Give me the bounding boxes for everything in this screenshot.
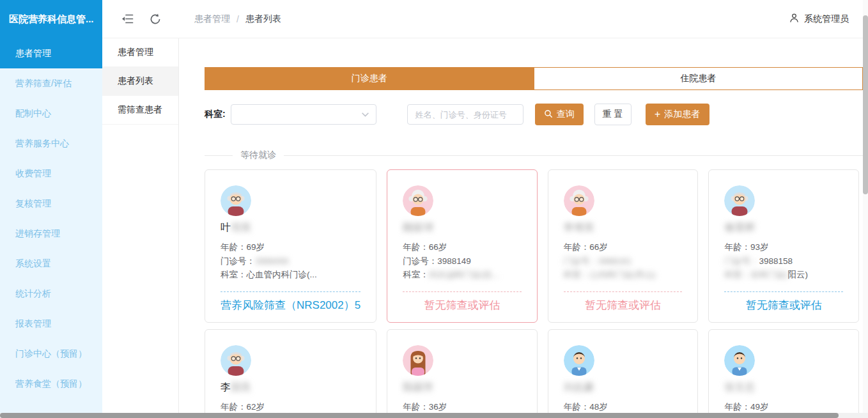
reset-button[interactable]: 重 置 [594,104,632,125]
text: 门诊号： [221,256,255,266]
text: 李 [221,382,231,392]
patient-avatar-elderly-man [221,185,251,216]
sidebar-item-4[interactable]: 收费管理 [0,159,102,189]
breadcrumb-item-patients[interactable]: 患者管理 [194,13,230,25]
patient-age: 年龄：93岁 [724,240,843,254]
card-status-text: 暂无筛查或评估 [564,298,683,313]
text: 年龄：69岁 [221,242,265,252]
card-dashed-divider [221,291,360,292]
patient-fields: 年龄：66岁门诊号：3988161科室：心内科门诊(舟山) [564,240,683,282]
masked-text: 顾留球 [403,222,433,233]
text: 年龄：66岁 [564,242,608,252]
text: 门诊号：3988149 [403,256,471,266]
text: 年龄：62岁 [221,402,265,412]
primary-sidebar: 医院营养科信息管... 患者管理营养筛查/评估配制中心营养服务中心收费管理复核管… [0,0,102,418]
sidebar-item-1[interactable]: 营养筛查/评估 [0,68,102,98]
patient-card-7[interactable]: 张文忠年龄：49岁门诊号：3988180 [708,329,859,418]
masked-text: 修显辉 [724,222,755,233]
app-window: 医院营养科信息管... 患者管理营养筛查/评估配制中心营养服务中心收费管理复核管… [0,0,868,418]
patient-name: 李维英 [564,221,683,235]
card-dashed-divider [724,291,843,292]
query-button-label: 查询 [557,109,575,120]
sidebar-item-10[interactable]: 门诊中心（预留） [0,339,102,369]
patient-card-1[interactable]: 顾留球年龄：66岁门诊号：3988149科室：内分泌科门诊(自...暂无筛查或评… [387,169,538,323]
refresh-icon[interactable] [148,12,162,26]
sidebar-item-0[interactable]: 患者管理 [0,38,102,68]
admin-name: 系统管理员 [804,13,849,25]
sidebar-item-5[interactable]: 复核管理 [0,189,102,219]
app-title: 医院营养科信息管... [0,0,102,38]
dept-label: 科室: [205,109,226,120]
tab-0[interactable]: 门诊患者 [205,68,534,89]
sidebar-nav: 患者管理营养筛查/评估配制中心营养服务中心收费管理复核管理进销存管理系统设置统计… [0,38,102,399]
masked-text: 培英 [231,222,251,233]
patient-age: 年龄：49岁 [724,400,843,414]
horizontal-scrollbar[interactable] [0,413,868,418]
query-button[interactable]: 查询 [535,104,584,125]
text: 3988158 [759,256,793,266]
patient-age: 年龄：36岁 [403,400,522,414]
submenu-item-0[interactable]: 患者管理 [102,38,178,67]
masked-text: 内分泌科门诊(自... [429,270,499,279]
patient-avatar-young-man [564,345,594,376]
vertical-scrollbar-thumb[interactable] [863,15,868,194]
patient-name: 叶培英 [221,221,360,235]
sidebar-item-11[interactable]: 营养食堂（预留） [0,369,102,399]
patient-opd-no: 门诊号：3988456 [221,254,360,268]
plus-icon: + [655,109,660,120]
waiting-section-title: 等待就诊 [233,150,284,161]
top-bar: 患者管理 / 患者列表 系统管理员 [102,0,868,38]
text: 阳云) [787,270,808,279]
collapse-menu-icon[interactable] [120,12,134,26]
search-icon [544,109,553,120]
add-patient-button[interactable]: + 添加患者 [646,104,709,125]
patient-card-5[interactable]: 陈丽芳年龄：36岁门诊号：3988164 [387,329,538,418]
patient-age: 年龄：66岁 [564,240,683,254]
masked-text: 门诊号：3988161 [564,256,632,266]
patient-name: 修显辉 [724,221,843,235]
patient-name: 顾留球 [403,221,522,235]
patient-dept: 科室：全科门诊(阳云) [724,268,843,282]
sidebar-item-7[interactable]: 系统设置 [0,249,102,279]
patient-name: 刘志豪 [564,381,683,394]
masked-text: 陈丽芳 [403,382,433,392]
patient-card-6[interactable]: 刘志豪年龄：48岁门诊号：3988176 [548,329,699,418]
masked-text: 李维英 [564,222,594,233]
sidebar-item-6[interactable]: 进销存管理 [0,219,102,249]
sidebar-item-3[interactable]: 营养服务中心 [0,128,102,159]
patient-age: 年龄：48岁 [564,400,683,414]
dept-select[interactable] [231,104,376,125]
text: 年龄：36岁 [403,402,447,412]
patient-name: 张文忠 [724,381,843,394]
patient-card-4[interactable]: 李国良年龄：62岁门诊号：3988172 [205,329,376,418]
submenu-item-1[interactable]: 患者列表 [102,67,178,96]
search-input[interactable] [407,104,523,125]
waiting-section-divider: 等待就诊 [205,155,863,156]
text: 科室：心血管内科门诊(... [221,270,317,279]
submenu-item-2[interactable]: 需筛查患者 [102,96,178,125]
card-dashed-divider [564,291,683,292]
tab-1[interactable]: 住院患者 [534,68,863,89]
sidebar-item-2[interactable]: 配制中心 [0,98,102,128]
patient-card-3[interactable]: 修显辉年龄：93岁门诊号：3988158科室：全科门诊(阳云)暂无筛查或评估 [708,169,859,323]
patient-age: 年龄：66岁 [403,240,522,254]
vertical-scrollbar[interactable] [863,0,868,413]
card-action-link[interactable]: 暂无筛查或评估 [724,298,843,313]
horizontal-scrollbar-thumb[interactable] [0,413,839,418]
patient-card-2[interactable]: 李维英年龄：66岁门诊号：3988161科室：心内科门诊(舟山)暂无筛查或评估 [548,169,699,323]
patient-card-grid: 叶培英年龄：69岁门诊号：3988456科室：心血管内科门诊(...营养风险筛查… [205,169,863,418]
account-menu[interactable]: 系统管理员 [789,12,849,26]
patient-fields: 年龄：66岁门诊号：3988149科室：内分泌科门诊(自... [403,240,522,282]
patient-opd-no: 门诊号：3988161 [564,254,683,268]
reset-button-label: 重 置 [603,109,623,120]
patient-opd-no: 门诊号：3988149 [403,254,522,268]
sidebar-item-9[interactable]: 报表管理 [0,309,102,339]
patient-name: 陈丽芳 [403,381,522,394]
card-dashed-divider [403,291,522,292]
masked-text: 3988456 [255,256,289,266]
sidebar-item-8[interactable]: 统计分析 [0,279,102,309]
masked-text: 刘志豪 [564,382,594,392]
masked-text: 科室：心内科门诊(舟山) [564,270,656,279]
card-action-link[interactable]: 营养风险筛查（NRS2002）5 [221,298,360,313]
patient-card-0[interactable]: 叶培英年龄：69岁门诊号：3988456科室：心血管内科门诊(...营养风险筛查… [205,169,376,323]
